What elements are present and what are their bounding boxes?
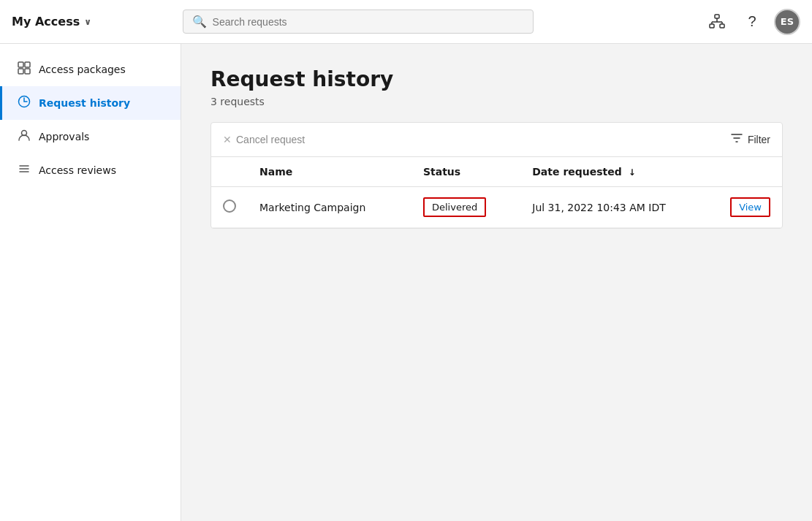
col-status: Status xyxy=(411,157,520,187)
row-select-cell xyxy=(211,187,248,228)
filter-icon xyxy=(730,132,743,148)
row-status-cell: Delivered xyxy=(411,187,520,228)
help-button[interactable]: ? xyxy=(739,9,765,35)
user-avatar[interactable]: ES xyxy=(774,9,800,35)
svg-rect-10 xyxy=(25,69,30,74)
filter-label: Filter xyxy=(748,134,770,145)
request-history-icon xyxy=(17,95,31,111)
sidebar-item-access-packages[interactable]: Access packages xyxy=(0,53,181,86)
sort-arrow-icon: ↓ xyxy=(629,167,636,178)
app-header: My Access ∨ 🔍 ? ES xyxy=(0,0,812,44)
approvals-icon xyxy=(17,129,31,145)
row-name: Marketing Campaign xyxy=(259,202,365,213)
svg-rect-1 xyxy=(710,24,714,28)
page-title: Request history xyxy=(210,67,783,91)
main-content: Request history 3 requests ✕ Cancel requ… xyxy=(181,44,812,521)
network-icon xyxy=(709,14,725,30)
sidebar-item-approvals[interactable]: Approvals xyxy=(0,120,181,153)
sidebar-item-request-history[interactable]: Request history xyxy=(0,86,181,120)
main-layout: Access packages Request history Approval… xyxy=(0,44,812,521)
search-input[interactable] xyxy=(213,16,524,28)
table-header-row: Name Status Date requested ↓ xyxy=(211,157,782,187)
access-packages-icon xyxy=(17,61,31,77)
row-date: Jul 31, 2022 10:43 AM IDT xyxy=(532,202,666,213)
brand-chevron-icon: ∨ xyxy=(84,17,91,27)
cancel-request-label: Cancel request xyxy=(236,134,305,145)
brand-label: My Access xyxy=(12,15,80,28)
col-name: Name xyxy=(248,157,411,187)
row-date-cell: Jul 31, 2022 10:43 AM IDT xyxy=(520,187,718,228)
row-action-cell: View xyxy=(718,187,782,228)
requests-table: Name Status Date requested ↓ xyxy=(211,157,782,228)
cancel-x-icon: ✕ xyxy=(223,134,232,145)
header-actions: ? ES xyxy=(704,9,800,35)
svg-rect-2 xyxy=(720,24,724,28)
search-bar[interactable]: 🔍 xyxy=(183,9,534,34)
request-count: 3 requests xyxy=(210,96,783,107)
svg-rect-0 xyxy=(715,15,719,18)
row-name-cell: Marketing Campaign xyxy=(248,187,411,228)
status-badge: Delivered xyxy=(423,197,486,217)
access-reviews-label: Access reviews xyxy=(39,164,116,176)
access-reviews-icon xyxy=(17,162,31,178)
svg-rect-7 xyxy=(18,62,23,67)
brand-logo[interactable]: My Access ∨ xyxy=(12,15,91,28)
help-icon: ? xyxy=(748,13,756,30)
table-toolbar: ✕ Cancel request Filter xyxy=(211,123,782,157)
request-history-label: Request history xyxy=(39,97,130,109)
sidebar-item-access-reviews[interactable]: Access reviews xyxy=(0,153,181,187)
table-card: ✕ Cancel request Filter xyxy=(210,122,783,229)
network-icon-button[interactable] xyxy=(704,9,730,35)
col-date-requested: Date requested ↓ xyxy=(520,157,718,187)
access-packages-label: Access packages xyxy=(39,64,126,75)
svg-rect-9 xyxy=(18,69,23,74)
row-radio-button[interactable] xyxy=(223,199,236,213)
approvals-label: Approvals xyxy=(39,131,89,142)
search-icon: 🔍 xyxy=(192,15,207,28)
col-select xyxy=(211,157,248,187)
cancel-request-button[interactable]: ✕ Cancel request xyxy=(223,134,305,145)
svg-rect-8 xyxy=(25,62,30,67)
col-action xyxy=(718,157,782,187)
filter-button[interactable]: Filter xyxy=(730,132,770,148)
table-row: Marketing Campaign Delivered Jul 31, 202… xyxy=(211,187,782,228)
sidebar: Access packages Request history Approval… xyxy=(0,44,181,521)
view-button[interactable]: View xyxy=(730,197,770,217)
